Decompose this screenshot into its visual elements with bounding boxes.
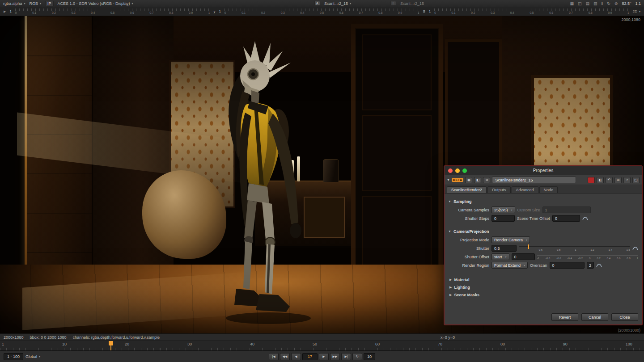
shutter-offset-field[interactable]: 0 xyxy=(512,253,535,260)
list-view-icon[interactable]: ▤ xyxy=(586,1,590,6)
loop-mode-button[interactable]: ↻ xyxy=(352,353,362,360)
chevron-down-icon: ▾ xyxy=(39,355,40,358)
chevron-down-icon: ▾ xyxy=(524,264,525,267)
node-center-icon[interactable]: ◉ xyxy=(465,177,472,183)
buffer-b-badge[interactable]: B xyxy=(390,1,396,6)
wipe-icon[interactable]: ▥ xyxy=(593,1,597,6)
zoom-ratio[interactable]: 1:1 xyxy=(636,1,641,6)
node-color-swatch[interactable] xyxy=(588,177,595,183)
collapsed-section-header[interactable]: ▶ Material xyxy=(448,276,638,283)
next-increment-button[interactable]: ▶▶ xyxy=(330,353,340,360)
projection-mode-label: Projection Mode xyxy=(448,238,489,242)
curve-icon[interactable] xyxy=(582,216,588,221)
tab-advanced[interactable]: Advanced xyxy=(512,186,538,193)
range-mode-dropdown[interactable]: Global▾ xyxy=(25,354,40,359)
play-backward-button[interactable]: ◀ xyxy=(291,353,301,360)
frame-range-input[interactable]: 1 - 100 xyxy=(4,353,23,360)
layer-dropdown[interactable]: rgba.alpha▾ xyxy=(3,1,25,6)
overscan-step-field[interactable]: 2 xyxy=(587,262,594,269)
gain-slider[interactable]: 00.10.20.30.40.50.60.70.80.91 xyxy=(15,8,210,15)
current-frame-input[interactable]: 17 xyxy=(302,353,318,360)
timeline-ruler[interactable]: 1102030405060708090100 xyxy=(0,341,644,350)
overscan-field[interactable]: 0 xyxy=(550,262,585,269)
curve-icon[interactable] xyxy=(632,246,638,251)
tick-label: 0.8 xyxy=(589,11,593,14)
tick-label: 0.5 xyxy=(110,11,114,14)
input-process-toggle[interactable]: IP xyxy=(45,1,54,6)
viewer-canvas[interactable]: 2000,1080 (2000x1080) Properties ▼ BETA … xyxy=(0,16,644,333)
sample-picker-icon[interactable]: ⊕ xyxy=(483,177,490,183)
gamma-value[interactable]: 1 xyxy=(219,9,220,13)
view-mode-dropdown[interactable]: 2D▾ xyxy=(633,9,640,13)
render-region-dropdown[interactable]: Format Extend▾ xyxy=(491,262,528,269)
chevron-down-icon: ▾ xyxy=(132,2,133,5)
camera-samples-dropdown[interactable]: 25(5x5)▾ xyxy=(491,206,515,213)
goto-end-button[interactable]: ▶| xyxy=(341,353,351,360)
revert-button[interactable]: Revert xyxy=(551,313,578,321)
roi-target-icon[interactable]: ⊕ xyxy=(614,1,618,6)
section-camera-projection[interactable]: ▼ Camera/Projection xyxy=(448,227,638,236)
tick-label: 0.8 xyxy=(169,11,173,14)
custom-size-label: Custom Size xyxy=(517,208,540,212)
properties-titlebar[interactable]: Properties xyxy=(445,166,642,175)
shutter-slider[interactable]: 0.60.811.21.41.6 xyxy=(519,244,630,252)
saturation-value[interactable]: 1 xyxy=(429,9,431,13)
manage-knobs-button[interactable]: ⊞ xyxy=(614,177,622,183)
custom-size-field[interactable]: 1 xyxy=(542,206,591,213)
properties-panel: Properties ▼ BETA ◉ ◧ ⊕ ScanlineRender2_… xyxy=(444,165,643,325)
pause-icon[interactable]: ‖ xyxy=(602,1,603,6)
goto-start-button[interactable]: |◀ xyxy=(269,353,279,360)
fold-triangle-icon[interactable]: ▼ xyxy=(447,178,450,181)
cancel-button[interactable]: Cancel xyxy=(581,313,608,321)
downrez-value[interactable]: 1 xyxy=(9,9,11,13)
revert-knobs-button[interactable]: ↶ xyxy=(606,177,613,183)
channel-split-button[interactable]: ◧ xyxy=(597,177,604,183)
buffer-a-dropdown[interactable]: Scanl...r2_15▾ xyxy=(324,1,351,6)
section-sampling[interactable]: ▼ Sampling xyxy=(448,197,638,206)
shutter-steps-field[interactable]: 0 xyxy=(491,215,515,222)
camera-samples-label: Camera Samples xyxy=(448,208,489,212)
node-name-field[interactable]: ScanlineRender2_15 xyxy=(492,177,576,183)
saturation-label: S xyxy=(423,9,425,13)
close-button[interactable]: Close xyxy=(611,313,638,321)
viewer-toolbar: rgba.alpha▾ RGB▾ IP ACES 1.0 - SDR Video… xyxy=(0,0,644,7)
channels-dropdown[interactable]: RGB▾ xyxy=(30,1,42,6)
wipe-split-icon[interactable]: ◧ xyxy=(474,177,481,183)
tab-scanlinerender2[interactable]: ScanlineRender2 xyxy=(447,186,487,193)
shutter-field[interactable]: 0.5 xyxy=(491,245,517,252)
collapsed-section-header[interactable]: ▶ Scene Masks xyxy=(448,291,638,299)
playhead-knob[interactable] xyxy=(109,341,113,345)
collapsed-section-header[interactable]: ▶ Lighting xyxy=(448,283,638,291)
play-forward-button[interactable]: ▶ xyxy=(319,353,329,360)
close-window-button[interactable] xyxy=(448,168,453,173)
zoom-window-button[interactable] xyxy=(462,168,467,173)
projection-mode-dropdown[interactable]: Render Camera▾ xyxy=(491,236,530,243)
monitor-out-icon[interactable]: ▦ xyxy=(570,1,574,6)
view-transform-dropdown[interactable]: ACES 1.0 - SDR Video (sRGB - Display)▾ xyxy=(58,1,133,6)
tab-outputs[interactable]: Outputs xyxy=(487,186,511,193)
tick-label: 1.6 xyxy=(627,248,630,251)
layout-panels-icon[interactable]: ◫ xyxy=(578,1,582,6)
saturation-slider[interactable]: 00.10.20.30.40.50.60.70.80.91 xyxy=(434,8,629,15)
transport-bar: 1 - 100 Global▾ |◀ ◀◀ ◀ 17 ▶ ▶▶ ▶| ↻ 10 xyxy=(0,350,644,362)
tab-node[interactable]: Node xyxy=(539,186,558,193)
playhead[interactable] xyxy=(110,341,111,350)
tick-label: 1 xyxy=(637,257,638,260)
help-button[interactable]: ? xyxy=(623,177,631,183)
previous-increment-button[interactable]: ◀◀ xyxy=(280,353,290,360)
shutter-offset-slider[interactable]: -1-0.8-0.6-0.4-0.200.20.40.60.81 xyxy=(537,253,638,261)
section-open-icon: ▼ xyxy=(448,200,451,203)
refresh-icon[interactable]: ↻ xyxy=(607,1,610,6)
shutter-offset-dropdown[interactable]: start▾ xyxy=(491,253,509,260)
frame-increment-input[interactable]: 10 xyxy=(364,353,375,360)
slider-marker[interactable] xyxy=(528,244,529,249)
buffer-a-badge[interactable]: A xyxy=(314,1,320,6)
scene-time-offset-field[interactable]: 0 xyxy=(552,215,580,222)
minimize-window-button[interactable] xyxy=(455,168,460,173)
gamma-slider[interactable]: 00.10.20.30.40.50.60.70.80.91 xyxy=(225,8,419,15)
curve-icon[interactable] xyxy=(596,263,602,268)
buffer-b-dropdown[interactable]: Scanl...r2_15 xyxy=(400,1,424,6)
float-panel-button[interactable]: ◰ xyxy=(632,177,640,183)
expand-icon[interactable]: ▶ xyxy=(4,10,6,13)
tick-label: 0.8 xyxy=(378,11,382,14)
